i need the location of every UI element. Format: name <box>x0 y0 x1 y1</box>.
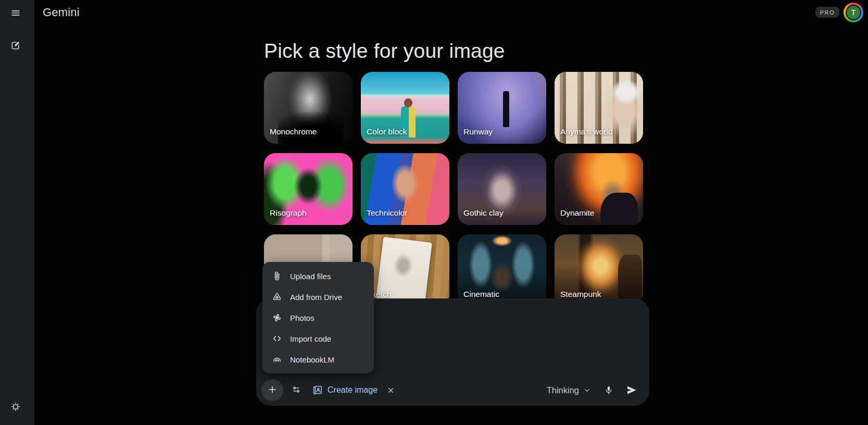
menu-item-label: Photos <box>290 314 315 322</box>
style-tile-label: Dynamite <box>560 208 594 218</box>
hamburger-icon <box>10 8 21 18</box>
main-menu-button[interactable] <box>5 2 27 24</box>
style-tile-label: Steampunk <box>560 290 601 299</box>
style-tile-label: Technicolor <box>367 208 407 218</box>
app-title[interactable]: Gemini <box>43 6 80 19</box>
remove-create-image-button[interactable] <box>384 384 397 396</box>
add-attachment-button[interactable] <box>261 379 283 401</box>
gemini-app: Gemini PRO T Pick a style for your image… <box>0 0 868 425</box>
create-image-label[interactable]: Create image <box>328 385 378 395</box>
style-tile-anyma-s-world[interactable]: Anyma's world <box>555 72 643 144</box>
menu-item-label: Import code <box>290 334 331 343</box>
style-tile-color-block[interactable]: Color block <box>361 72 449 144</box>
send-icon <box>626 384 637 396</box>
sliders-icon <box>291 384 301 396</box>
style-tile-sketch[interactable]: Sketch <box>361 234 449 306</box>
send-button[interactable] <box>621 380 642 401</box>
create-image-chip: Create image <box>311 381 397 399</box>
style-tile-label: Color block <box>367 127 407 136</box>
model-selector[interactable]: Thinking <box>542 382 596 398</box>
style-tile-label: Anyma's world <box>560 127 612 136</box>
compose-icon <box>10 40 21 51</box>
style-tile-runway[interactable]: Runway <box>458 72 546 144</box>
mic-button[interactable] <box>598 380 619 401</box>
menu-item-label: NotebookLM <box>290 355 334 364</box>
notebooklm-icon <box>272 354 282 365</box>
chevron-down-icon <box>583 386 591 394</box>
tools-button[interactable] <box>285 379 307 401</box>
model-selector-label: Thinking <box>547 385 579 395</box>
style-tile-label: Gothic clay <box>463 208 504 218</box>
menu-item-upload-files[interactable]: Upload files <box>262 266 374 286</box>
menu-item-notebooklm[interactable]: NotebookLM <box>262 349 374 370</box>
style-tile-label: Risograph <box>270 208 307 218</box>
style-tile-cinematic[interactable]: Cinematic <box>458 234 546 306</box>
menu-item-import-code[interactable]: Import code <box>262 328 374 349</box>
drive-icon <box>272 292 282 302</box>
attachment-menu: Upload filesAdd from DrivePhotosImport c… <box>262 262 374 373</box>
gear-icon <box>10 402 21 412</box>
style-tile-gothic-clay[interactable]: Gothic clay <box>458 153 546 225</box>
style-tile-label: Cinematic <box>463 290 499 299</box>
style-tile-dynamite[interactable]: Dynamite <box>555 153 643 225</box>
style-tile-technicolor[interactable]: Technicolor <box>361 153 449 225</box>
create-image-icon <box>311 384 323 396</box>
account-avatar[interactable]: T <box>844 3 863 22</box>
style-tile-steampunk[interactable]: Steampunk <box>555 234 643 306</box>
pro-badge: PRO <box>815 7 839 18</box>
menu-item-label: Add from Drive <box>290 293 342 302</box>
page-title: Pick a style for your image <box>264 40 505 63</box>
settings-button[interactable] <box>5 396 27 418</box>
menu-item-label: Upload files <box>290 272 331 281</box>
close-icon <box>387 386 395 394</box>
style-tile-risograph[interactable]: Risograph <box>264 153 353 225</box>
style-tile-label: Runway <box>463 127 493 136</box>
microphone-icon <box>603 385 614 395</box>
style-tile-monochrome[interactable]: Monochrome <box>264 72 353 144</box>
sidebar <box>0 0 34 425</box>
menu-item-add-from-drive[interactable]: Add from Drive <box>262 286 374 307</box>
plus-icon <box>267 384 278 396</box>
new-chat-button[interactable] <box>5 34 27 56</box>
menu-item-photos[interactable]: Photos <box>262 307 374 328</box>
style-tile-label: Monochrome <box>270 127 317 136</box>
code-icon <box>272 333 282 344</box>
avatar-letter: T <box>846 5 861 20</box>
photos-icon <box>272 312 282 323</box>
paperclip-icon <box>272 271 282 281</box>
